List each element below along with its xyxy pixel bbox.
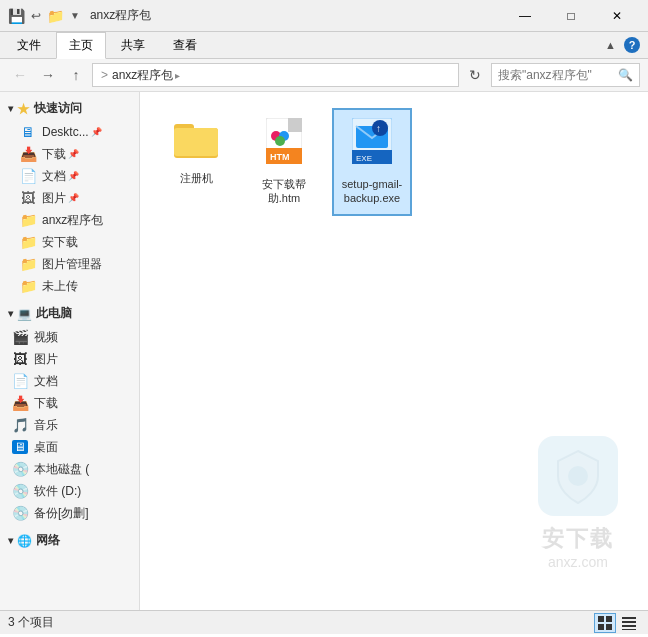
file-item-htm[interactable]: HTM 安下载帮助.htm xyxy=(244,108,324,216)
svg-rect-21 xyxy=(606,624,612,630)
search-box[interactable]: 🔍 xyxy=(491,63,640,87)
sidebar-pc-downloads-label: 下载 xyxy=(34,395,58,412)
folder-icon-unuploaded: 📁 xyxy=(20,278,36,294)
sidebar-item-downloads[interactable]: 📥 下载 📌 xyxy=(0,143,139,165)
close-button[interactable]: ✕ xyxy=(594,0,640,32)
sidebar-item-music[interactable]: 🎵 音乐 xyxy=(0,414,139,436)
breadcrumb-text: anxz程序包 xyxy=(112,67,173,84)
back-button[interactable]: ← xyxy=(8,63,32,87)
quick-access-arrow: ▾ xyxy=(8,103,13,114)
svg-rect-24 xyxy=(622,625,636,627)
exe-icon: ↑ EXE xyxy=(352,118,392,173)
save-icon: 💾 xyxy=(8,8,25,24)
sidebar-item-pc-pictures[interactable]: 🖼 图片 xyxy=(0,348,139,370)
folder-icon-imgmgr: 📁 xyxy=(20,256,36,272)
svg-text:↑: ↑ xyxy=(376,123,381,134)
svg-text:EXE: EXE xyxy=(356,154,372,163)
list-view-button[interactable] xyxy=(618,613,640,633)
ribbon-tabs: 文件 主页 共享 查看 ▲ ? xyxy=(0,32,648,58)
sidebar-downloads-label: 下载 xyxy=(42,146,66,163)
file-htm-name: 安下载帮助.htm xyxy=(250,177,318,206)
files-grid: 注册机 HTM 安下载帮助. xyxy=(156,108,632,216)
svg-point-0 xyxy=(568,466,588,486)
sidebar-backup-label: 备份[勿删] xyxy=(34,505,89,522)
pin-icon-4: 📌 xyxy=(68,193,79,203)
forward-button[interactable]: → xyxy=(36,63,60,87)
sidebar-item-desktop[interactable]: 🖥 Desktc... 📌 xyxy=(0,121,139,143)
quick-access-label: 快速访问 xyxy=(34,100,82,117)
software-icon: 💿 xyxy=(12,483,28,499)
maximize-button[interactable]: □ xyxy=(548,0,594,32)
search-icon: 🔍 xyxy=(618,68,633,82)
view-buttons xyxy=(594,613,640,633)
sidebar-item-pc-downloads[interactable]: 📥 下载 xyxy=(0,392,139,414)
this-pc-header[interactable]: ▾ 💻 此电脑 xyxy=(0,301,139,326)
sidebar-item-video[interactable]: 🎬 视频 xyxy=(0,326,139,348)
tab-view[interactable]: 查看 xyxy=(160,32,210,58)
ribbon: 文件 主页 共享 查看 ▲ ? xyxy=(0,32,648,59)
video-icon: 🎬 xyxy=(12,329,28,345)
svg-rect-7 xyxy=(288,118,302,132)
search-input[interactable] xyxy=(498,68,618,82)
sidebar-item-backup[interactable]: 💿 备份[勿删] xyxy=(0,502,139,524)
title-bar: 💾 ↩ 📁 ▼ anxz程序包 — □ ✕ xyxy=(0,0,648,32)
pc-pictures-icon: 🖼 xyxy=(12,351,28,367)
status-bar: 3 个项目 xyxy=(0,610,648,634)
undo-icon: ↩ xyxy=(31,9,41,23)
sidebar-item-software[interactable]: 💿 软件 (D:) xyxy=(0,480,139,502)
file-item-folder[interactable]: 注册机 xyxy=(156,108,236,216)
sidebar-item-localdisk[interactable]: 💿 本地磁盘 ( xyxy=(0,458,139,480)
watermark-text1: 安下载 xyxy=(542,524,614,554)
folder-icon-anxz: 📁 xyxy=(20,212,36,228)
pictures-icon: 🖼 xyxy=(20,190,36,206)
sidebar-item-docs[interactable]: 📄 文档 📌 xyxy=(0,165,139,187)
sidebar-pc-docs-label: 文档 xyxy=(34,373,58,390)
docs-icon: 📄 xyxy=(20,168,36,184)
network-label: 网络 xyxy=(36,532,60,549)
sidebar-item-pictures[interactable]: 🖼 图片 📌 xyxy=(0,187,139,209)
pc-downloads-icon: 📥 xyxy=(12,395,28,411)
network-arrow: ▾ xyxy=(8,535,13,546)
pc-icon: 💻 xyxy=(17,307,32,321)
file-folder-name: 注册机 xyxy=(180,171,213,185)
grid-view-button[interactable] xyxy=(594,613,616,633)
minimize-button[interactable]: — xyxy=(502,0,548,32)
network-header[interactable]: ▾ 🌐 网络 xyxy=(0,528,139,553)
watermark-logo xyxy=(538,436,618,516)
quick-access-header[interactable]: ▾ ★ 快速访问 xyxy=(0,96,139,121)
file-area: 安下载 anxz.com 注册机 xyxy=(140,92,648,610)
sidebar-item-imgmgr[interactable]: 📁 图片管理器 xyxy=(0,253,139,275)
sidebar-desktop2-label: 桌面 xyxy=(34,439,58,456)
svg-rect-22 xyxy=(622,617,636,619)
svg-rect-20 xyxy=(598,624,604,630)
refresh-button[interactable]: ↻ xyxy=(463,63,487,87)
sidebar-software-label: 软件 (D:) xyxy=(34,483,81,500)
address-path[interactable]: > anxz程序包 ▸ xyxy=(92,63,459,87)
sidebar-item-unuploaded[interactable]: 📁 未上传 xyxy=(0,275,139,297)
help-icon[interactable]: ? xyxy=(624,37,640,53)
music-icon: 🎵 xyxy=(12,417,28,433)
watermark: 安下载 anxz.com xyxy=(538,436,618,570)
sidebar-item-pc-docs[interactable]: 📄 文档 xyxy=(0,370,139,392)
htm-icon: HTM xyxy=(266,118,302,173)
network-icon: 🌐 xyxy=(17,534,32,548)
sidebar-anxzload-label: 安下载 xyxy=(42,234,78,251)
svg-rect-23 xyxy=(622,621,636,623)
up-button[interactable]: ↑ xyxy=(64,63,88,87)
ribbon-expand-icon[interactable]: ▲ xyxy=(605,39,616,51)
tab-home[interactable]: 主页 xyxy=(56,32,106,59)
address-bar: ← → ↑ > anxz程序包 ▸ ↻ 🔍 xyxy=(0,59,648,92)
title-bar-controls: — □ ✕ xyxy=(502,0,640,32)
file-item-exe[interactable]: ↑ EXE setup-gmail-backup.exe xyxy=(332,108,412,216)
folder-icon-anxzload: 📁 xyxy=(20,234,36,250)
tab-file[interactable]: 文件 xyxy=(4,32,54,58)
this-pc-label: 此电脑 xyxy=(36,305,72,322)
sidebar-item-anxzload[interactable]: 📁 安下载 xyxy=(0,231,139,253)
sidebar-item-desktop2[interactable]: 🖥 桌面 xyxy=(0,436,139,458)
sidebar-pc-pictures-label: 图片 xyxy=(34,351,58,368)
svg-rect-19 xyxy=(606,616,612,622)
dropdown-icon[interactable]: ▼ xyxy=(70,10,80,21)
title-text: anxz程序包 xyxy=(90,7,151,24)
sidebar-item-anxz[interactable]: 📁 anxz程序包 xyxy=(0,209,139,231)
tab-share[interactable]: 共享 xyxy=(108,32,158,58)
